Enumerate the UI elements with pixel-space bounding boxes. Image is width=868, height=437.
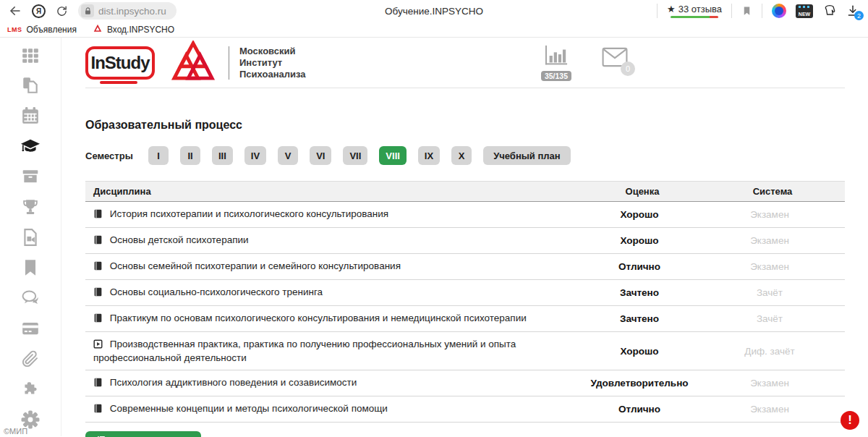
table-header-row: Дисциплина Оценка Система [85, 182, 845, 202]
extension-color-circle-icon[interactable] [772, 4, 786, 18]
table-row[interactable]: Основы социально-психологического тренин… [85, 280, 845, 306]
table-row[interactable]: Практикум по основам психологического ко… [85, 306, 845, 332]
grade-value: Зачтено [584, 306, 700, 332]
semester-button-VI[interactable]: VI [310, 146, 331, 165]
sidebar-item-video-file-icon[interactable] [0, 228, 61, 247]
grade-value: Отлично [584, 396, 700, 423]
discipline-name: История психотерапии и психологического … [110, 208, 388, 219]
divider [762, 4, 762, 18]
system-value: Зачёт [700, 306, 845, 332]
sidebar-item-trophy-icon[interactable] [0, 198, 61, 216]
mip-valknut-logo-icon[interactable] [171, 41, 216, 85]
downloads-icon[interactable]: 2 [846, 4, 859, 17]
address-bar[interactable]: dist.inpsycho.ru [78, 2, 176, 20]
bookmark-flag-icon[interactable] [741, 4, 752, 17]
table-row[interactable]: Психология аддиктивного поведения и соза… [85, 370, 845, 396]
book-icon [93, 378, 103, 390]
table-row[interactable]: Производственная практика, практика по п… [85, 332, 845, 370]
column-header-discipline: Дисциплина [85, 182, 584, 202]
extension-glove-icon[interactable] [822, 4, 837, 18]
instudy-logo[interactable]: InStudy [85, 46, 155, 80]
sidebar-item-chat-icon[interactable] [0, 289, 61, 307]
book-icon [93, 235, 103, 247]
instudy-logo-stand [100, 81, 137, 84]
semester-button-VII[interactable]: VII [343, 146, 367, 165]
book-icon [93, 287, 103, 300]
column-header-system: Система [700, 182, 845, 202]
book-icon [93, 261, 103, 273]
discipline-name: Психология аддиктивного поведения и соза… [110, 377, 357, 388]
page-title: Образовательный процесс [85, 119, 845, 132]
sidebar-item-apps-grid-icon[interactable] [0, 46, 61, 64]
sidebar-item-documents-icon[interactable] [0, 76, 61, 95]
system-value: Диф. зачёт [700, 332, 845, 370]
study-plan-button[interactable]: Учебный план [483, 146, 570, 165]
sidebar-item-attachment-icon[interactable] [0, 349, 61, 368]
grade-value: Зачтено [584, 280, 700, 306]
lock-icon[interactable] [81, 4, 94, 17]
bookmarks-bar: LMS Объявления Вход.INPSYCHO [0, 22, 868, 38]
progress-badge: 35/135 [541, 71, 571, 81]
sidebar-item-archive-box-icon[interactable] [0, 167, 61, 186]
sidebar-item-payment-card-icon[interactable] [0, 319, 61, 338]
site-header: InStudy Московский Институт Психоанализа… [85, 38, 845, 88]
bookmark-item-inpsycho[interactable]: Вход.INPSYCHO [93, 23, 174, 35]
sidebar-item-bookmark-icon[interactable] [0, 258, 61, 277]
semesters-label: Семестры [85, 150, 148, 161]
bookmark-item-lms[interactable]: LMS Объявления [7, 25, 77, 35]
alert-notification-icon[interactable]: ! [841, 411, 859, 430]
main-area: InStudy Московский Институт Психоанализа… [61, 38, 868, 436]
book-icon [93, 404, 103, 416]
table-row[interactable]: Современные концепции и методы психологи… [85, 396, 845, 423]
book-icon [93, 313, 103, 326]
sidebar-item-puzzle-icon[interactable] [0, 380, 61, 399]
table-row[interactable]: Основы семейной психотерапии и семейного… [85, 254, 845, 280]
semester-button-V[interactable]: V [278, 146, 298, 165]
refresh-icon[interactable] [56, 5, 68, 17]
discipline-name: Основы детской психотерапии [110, 234, 249, 245]
mip-triangle-icon [93, 23, 103, 35]
grade-value: Хорошо [584, 202, 700, 228]
semester-button-X[interactable]: X [451, 146, 472, 165]
semester-button-III[interactable]: III [212, 146, 233, 165]
semester-button-I[interactable]: I [148, 146, 169, 165]
table-row[interactable]: История психотерапии и психологического … [85, 202, 845, 228]
grade-value: Отлично [584, 254, 700, 280]
divider [731, 4, 732, 18]
lms-icon: LMS [7, 26, 22, 33]
grade-value: Удовлетворительно [584, 370, 700, 396]
video-play-icon [93, 339, 103, 352]
reviews-rating-bar [671, 16, 718, 18]
table-row[interactable]: Основы детской психотерапии Хорошо Экзам… [85, 228, 845, 254]
extension-new-icon[interactable]: NEW [796, 4, 813, 18]
back-icon[interactable] [9, 4, 22, 17]
semester-button-VIII[interactable]: VIII [379, 146, 407, 165]
star-icon: ★ [667, 4, 676, 14]
discipline-name: Основы семейной психотерапии и семейного… [110, 260, 401, 271]
discipline-name: Современные концепции и методы психологи… [110, 403, 388, 414]
system-value: Экзамен [700, 202, 845, 228]
divider [657, 4, 658, 18]
semester-button-IV[interactable]: IV [244, 146, 266, 165]
semesters-row: Семестры IIIIIIIVVVIVIIVIIIIXX Учебный п… [85, 146, 845, 165]
grades-table: Дисциплина Оценка Система История психот… [85, 181, 845, 423]
browser-profile-icon[interactable]: Я [32, 4, 46, 18]
progress-widget[interactable]: 35/135 [541, 44, 571, 81]
mail-widget[interactable]: 0 [602, 47, 628, 70]
sidebar-item-calendar-icon[interactable] [0, 106, 61, 125]
sidebar-item-education-cap-icon[interactable] [0, 137, 61, 156]
sidebar: ©МИП [0, 38, 61, 436]
grade-value: Хорошо [584, 228, 700, 254]
grade-value: Хорошо [584, 332, 700, 370]
semester-button-II[interactable]: II [180, 146, 200, 165]
bookmark-label: Объявления [27, 25, 77, 35]
gradebook-button[interactable]: Зачётная книжка [85, 431, 201, 437]
system-value: Экзамен [700, 370, 845, 396]
url-text: dist.inpsycho.ru [98, 6, 166, 17]
copyright-label: ©МИП [4, 427, 27, 436]
discipline-name: Основы социально-психологического тренин… [110, 287, 323, 297]
semester-buttons: IIIIIIIVVVIVIIVIIIIXX [148, 146, 472, 165]
reviews-widget[interactable]: ★ 33 отзыва [667, 4, 722, 18]
header-divider [229, 46, 229, 80]
semester-button-IX[interactable]: IX [418, 146, 440, 165]
